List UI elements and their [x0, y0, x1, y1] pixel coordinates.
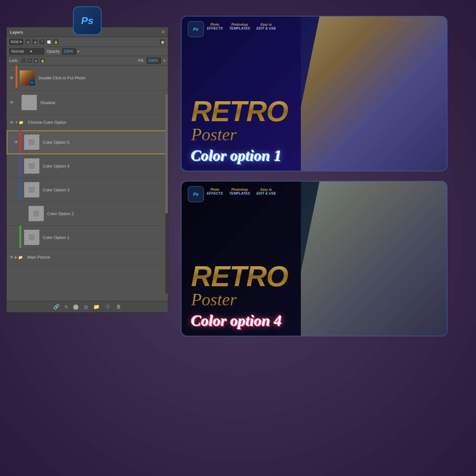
- layers-panel-title: Layers: [10, 30, 23, 35]
- fill-input[interactable]: 100%: [147, 57, 161, 64]
- scrollbar-thumb[interactable]: [165, 94, 168, 214]
- lock-position-icon[interactable]: ✎: [27, 58, 32, 63]
- ps-icon-text: Ps: [81, 15, 93, 27]
- lock-pixels-icon[interactable]: ⬛: [21, 58, 26, 63]
- layer-thumb-option3: [24, 182, 40, 198]
- link-icon[interactable]: 🔗: [53, 304, 60, 310]
- layer-shadow[interactable]: 👁 Shadow: [7, 91, 168, 115]
- layer-eye-choose-color[interactable]: 👁: [9, 120, 15, 125]
- layer-name-option5: Color Option 5: [43, 140, 166, 145]
- layer-eye-option1[interactable]: 👁: [13, 235, 19, 240]
- retro-text-1: RETRO: [191, 99, 437, 124]
- filter-kind-dropdown[interactable]: Kind ▾: [9, 39, 23, 45]
- layer-eye-option5[interactable]: 👁: [13, 140, 19, 145]
- layer-name-shadow: Shadow: [40, 100, 166, 105]
- layer-name-double-click: Double Click to Put Photo: [38, 76, 166, 80]
- preview-content-1: RETRO Poster Color option 1: [182, 17, 447, 171]
- preview-area: Ps Photo EFFECTS Photoshop TEMPLATES Eas…: [181, 16, 466, 336]
- filter-shape-icon[interactable]: ⬜: [46, 39, 52, 45]
- preview-content-2: RETRO Poster Color option 4: [182, 182, 447, 336]
- fill-label: Fill:: [138, 58, 144, 63]
- layer-thumb-shadow: [21, 95, 37, 110]
- layer-color-option-1[interactable]: 👁 Color Option 1: [7, 226, 168, 249]
- filter-adjust-icon[interactable]: ◑: [32, 39, 38, 45]
- layer-eye-double-click[interactable]: 👁: [9, 76, 15, 81]
- layer-thumb-option2: [28, 206, 44, 221]
- layer-colorbar-option4: [19, 154, 21, 176]
- layer-name-option4: Color Option 4: [43, 164, 166, 169]
- layer-thumb-option5: [24, 134, 40, 150]
- delete-layer-icon[interactable]: 🗑: [116, 304, 121, 310]
- layer-colorbar-double-click: [16, 65, 17, 88]
- color-option-label-4: Color option 4: [191, 312, 437, 329]
- poster-text-1: Poster: [191, 124, 437, 144]
- blend-mode-arrow: ▾: [30, 49, 32, 54]
- filter-type-icon[interactable]: T: [39, 39, 45, 45]
- lock-icons-group: ⬛ ✎ ⊞ 🔒: [21, 58, 45, 63]
- scrollbar-track[interactable]: [165, 94, 168, 293]
- filter-icons-group: ▤ ◑ T ⬜ 🔒: [25, 39, 59, 45]
- layer-expand-main[interactable]: ▶: [15, 255, 17, 259]
- layer-thumb-double-click: Ps: [19, 70, 35, 86]
- lock-row: Lock: ⬛ ✎ ⊞ 🔒 Fill: 100% ▾: [7, 56, 168, 65]
- blend-mode-label: Normal: [11, 49, 24, 54]
- layer-double-click[interactable]: 👁 Ps Double Click to Put Photo: [7, 65, 168, 91]
- layers-bottom-toolbar: 🔗 fx ⬤ ◎ 📁 ➕ 🗑: [7, 301, 168, 312]
- filter-kind-arrow: ▾: [20, 40, 22, 44]
- opacity-label: Opacity:: [47, 49, 61, 54]
- color-option-label-1: Color option 1: [191, 147, 437, 164]
- layer-eye-option2[interactable]: 👁: [13, 211, 19, 216]
- layer-name-choose-color: Choose Color Option: [28, 120, 166, 125]
- layer-colorbar-option1: [19, 226, 21, 248]
- blend-mode-row: Normal ▾ Opacity: 100% ▾: [7, 47, 168, 56]
- filter-pixel-icon[interactable]: ▤: [25, 39, 31, 45]
- opacity-input[interactable]: 100%: [62, 48, 76, 55]
- mask-icon[interactable]: ⬤: [73, 304, 79, 310]
- layers-panel: Layers ≡ Kind ▾ ▤ ◑ T ⬜ 🔒 ⬤ Normal ▾ Opa…: [6, 27, 168, 313]
- adjustment-icon[interactable]: ◎: [84, 304, 88, 310]
- layer-eye-option4[interactable]: 👁: [13, 163, 19, 169]
- layer-color-option-5[interactable]: 👁 Color Option 5: [7, 130, 168, 154]
- fx-icon[interactable]: fx: [65, 304, 68, 309]
- layer-eye-main[interactable]: 👁: [9, 255, 15, 260]
- layer-folder-icon-main: 📁: [18, 255, 23, 260]
- layer-color-option-3[interactable]: 👁 Color Option 3: [7, 178, 168, 202]
- layer-expand-choose-color[interactable]: ▼: [15, 121, 18, 124]
- group-icon[interactable]: 📁: [93, 304, 100, 310]
- layer-list: 👁 Ps Double Click to Put Photo 👁 Shadow …: [7, 65, 168, 301]
- layers-filter-toolbar: Kind ▾ ▤ ◑ T ⬜ 🔒 ⬤: [7, 37, 168, 47]
- layers-panel-menu-icon[interactable]: ≡: [162, 29, 165, 35]
- fill-arrow[interactable]: ▾: [163, 58, 165, 63]
- filter-toggle-icon[interactable]: ⬤: [160, 39, 165, 45]
- layer-name-option1: Color Option 1: [43, 235, 166, 240]
- layer-thumb-option1: [24, 229, 40, 245]
- blend-mode-dropdown[interactable]: Normal ▾: [9, 48, 44, 55]
- retro-text-2: RETRO: [191, 264, 437, 289]
- layer-name-main: Main Picture: [27, 255, 166, 260]
- opacity-row: Opacity: 100% ▾: [47, 48, 79, 55]
- new-layer-icon[interactable]: ➕: [105, 304, 111, 310]
- layer-main-picture-folder[interactable]: 👁 ▶ 📁 Main Picture: [7, 249, 168, 265]
- filter-kind-label: Kind: [11, 40, 18, 44]
- layer-folder-icon-choose-color: 📁: [19, 120, 23, 125]
- lock-artboards-icon[interactable]: ⊞: [34, 58, 39, 63]
- lock-all-icon[interactable]: 🔒: [40, 58, 45, 63]
- preview-card-1: Ps Photo EFFECTS Photoshop TEMPLATES Eas…: [181, 16, 447, 171]
- filter-smart-icon[interactable]: 🔒: [53, 39, 59, 45]
- layer-color-option-2[interactable]: 👁 Color Option 2: [7, 202, 168, 226]
- layer-eye-shadow[interactable]: 👁: [9, 100, 15, 105]
- layer-color-option-4[interactable]: 👁 Color Option 4: [7, 154, 168, 178]
- photoshop-app-icon: Ps: [73, 6, 102, 35]
- opacity-arrow[interactable]: ▾: [77, 49, 79, 54]
- layer-name-option3: Color Option 3: [43, 188, 166, 192]
- layer-thumb-option4: [24, 158, 40, 174]
- layer-colorbar-option3: [19, 178, 21, 200]
- preview-card-2: Ps Photo EFFECTS Photoshop TEMPLATES Eas…: [181, 181, 447, 336]
- poster-text-2: Poster: [191, 289, 437, 309]
- layer-colorbar-option5: [19, 130, 21, 153]
- layer-name-option2: Color Option 2: [47, 211, 166, 216]
- thumb-ps-icon: Ps: [30, 81, 34, 85]
- layer-choose-color-folder[interactable]: 👁 ▼ 📁 Choose Color Option: [7, 115, 168, 130]
- lock-label: Lock:: [9, 58, 18, 63]
- layer-eye-option3[interactable]: 👁: [13, 187, 19, 192]
